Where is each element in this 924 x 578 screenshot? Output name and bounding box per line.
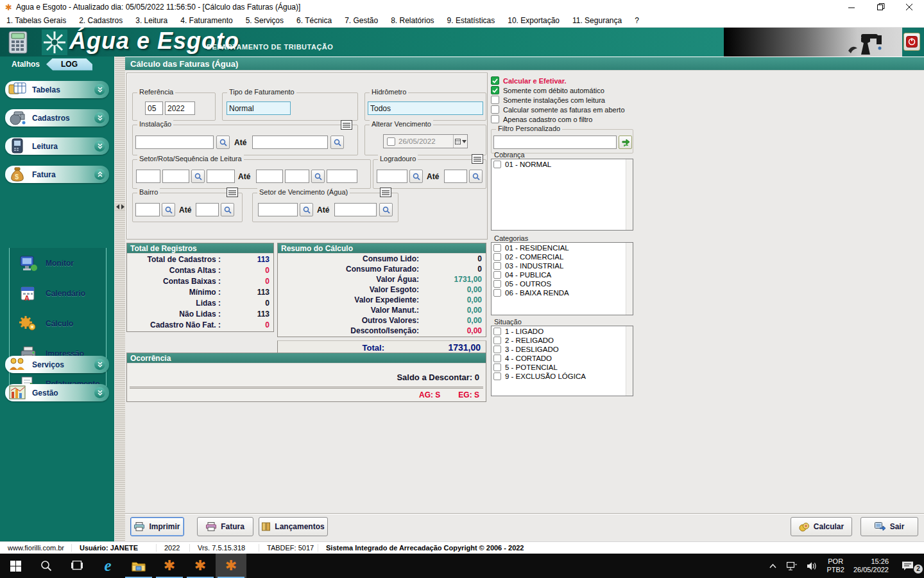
lancamentos-button[interactable]: Lançamentos [259, 517, 328, 536]
chevron-down-icon[interactable] [94, 84, 105, 95]
list-item[interactable]: 02 - COMERCIAL [493, 252, 633, 261]
shortcut-panel-scrollbar[interactable] [114, 57, 125, 541]
option-faturas-aberto[interactable]: Calcular somente as faturas em aberto [491, 105, 625, 114]
task-view-icon[interactable] [62, 554, 92, 578]
internet-explorer-icon[interactable]: e [92, 554, 123, 578]
checkbox-icon[interactable] [493, 289, 501, 297]
checkbox-checked-icon[interactable] [491, 86, 499, 94]
checkbox-icon[interactable] [493, 355, 501, 362]
chevron-up-icon[interactable] [94, 169, 105, 180]
close-button[interactable] [895, 0, 924, 14]
calcular-button[interactable]: Calcular [791, 517, 852, 536]
rota-de-input[interactable] [162, 170, 189, 183]
sidebar-group-tabelas[interactable]: Tabelas [5, 81, 109, 98]
logradouro-de-input[interactable] [377, 170, 407, 183]
sidebar-group-cadastros[interactable]: Cadastros [5, 109, 109, 127]
menu-exportacao[interactable]: 10. Exportação [501, 16, 566, 25]
checkbox-icon[interactable] [493, 363, 501, 371]
minimize-button[interactable] [837, 0, 866, 14]
search-icon[interactable] [191, 170, 205, 183]
cobranca-listbox[interactable]: 01 - NORMAL [491, 159, 633, 231]
search-icon[interactable] [216, 136, 230, 149]
sair-button[interactable]: Sair [860, 517, 918, 536]
sidebar-group-gestao[interactable]: Gestão [5, 384, 109, 401]
list-item[interactable]: 06 - BAIXA RENDA [493, 288, 633, 297]
language-indicator[interactable]: POR PTB2 [823, 557, 848, 574]
file-explorer-icon[interactable] [123, 554, 154, 578]
menu-seguranca[interactable]: 11. Segurança [566, 16, 628, 25]
menu-relatorios[interactable]: 8. Relatórios [384, 16, 440, 25]
list-item[interactable]: 1 - LIGADO [493, 327, 633, 335]
checkbox-icon[interactable] [493, 262, 501, 270]
calculator-icon[interactable] [6, 30, 31, 55]
vencimento-date-combo[interactable]: 26/05/2022 [383, 134, 468, 148]
imprimir-button[interactable]: Imprimir [130, 517, 184, 536]
referencia-year-input[interactable] [165, 101, 195, 115]
checkbox-icon[interactable] [493, 161, 501, 168]
chevron-down-icon[interactable] [94, 112, 105, 123]
setor-venc-ate-input[interactable] [334, 203, 377, 216]
sidebar-item-monitor[interactable]: Monitor [10, 248, 106, 278]
sidebar-group-leitura[interactable]: Leitura [5, 137, 109, 155]
menu-servicos[interactable]: 5. Serviços [239, 16, 290, 25]
vencimento-checkbox[interactable] [387, 137, 395, 146]
menu-tecnica[interactable]: 6. Técnica [290, 16, 338, 25]
sidebar-item-calendario[interactable]: A Calendário [10, 278, 106, 308]
fiorilli-app-icon[interactable]: ✱ [185, 554, 216, 578]
filter-apply-icon[interactable] [619, 136, 632, 149]
checkbox-icon[interactable] [493, 244, 501, 252]
hidrometro-input[interactable] [368, 101, 483, 115]
setor-venc-de-input[interactable] [258, 203, 298, 216]
sidebar-group-fatura[interactable]: $ Fatura [5, 166, 109, 183]
checkbox-icon[interactable] [493, 337, 501, 344]
sidebar-group-servicos[interactable]: Serviços [5, 356, 109, 373]
option-debito-automatico[interactable]: Somente com débito automático [491, 86, 604, 94]
option-cadastro-filtro[interactable]: Apenas cadastro com o filtro [491, 115, 592, 123]
logradouro-ate-input[interactable] [444, 170, 467, 183]
situacao-listbox[interactable]: 1 - LIGADO 2 - RELIGADO 3 - DESLIGADO 4 … [491, 326, 633, 396]
bairro-de-input[interactable] [135, 203, 160, 216]
instalacao-de-input[interactable] [135, 136, 214, 149]
checkbox-icon[interactable] [493, 280, 501, 288]
list-item[interactable]: 04 - PUBLICA [493, 270, 633, 279]
scrollbar-arrows[interactable] [115, 203, 126, 211]
chevron-down-icon[interactable] [94, 141, 105, 152]
sequencia-de-input[interactable] [207, 170, 235, 183]
checkbox-icon[interactable] [491, 115, 499, 123]
filtro-input[interactable] [493, 136, 617, 149]
clock[interactable]: 15:26 26/05/2022 [850, 557, 892, 574]
search-icon[interactable] [469, 170, 483, 183]
fatura-button[interactable]: Fatura [197, 517, 253, 536]
search-icon[interactable] [330, 136, 344, 149]
fiorilli-app-icon[interactable]: ✱ [154, 554, 185, 578]
speaker-icon[interactable] [803, 562, 821, 570]
list-item[interactable]: 3 - DESLIGADO [493, 345, 633, 353]
chevron-down-icon[interactable] [94, 387, 105, 398]
sequencia-ate-input[interactable] [327, 170, 357, 183]
search-icon[interactable] [300, 203, 313, 216]
menu-gestao[interactable]: 7. Gestão [338, 16, 384, 25]
search-icon[interactable] [221, 203, 234, 216]
search-icon[interactable] [379, 203, 393, 216]
list-icon[interactable] [380, 188, 391, 197]
checkbox-icon[interactable] [493, 253, 501, 261]
taskbar-search-icon[interactable] [31, 554, 62, 578]
menu-leitura[interactable]: 3. Leitura [129, 16, 174, 25]
menu-tabelas-gerais[interactable]: 1. Tabelas Gerais [0, 16, 73, 25]
checkbox-icon[interactable] [493, 346, 501, 353]
listbox-scrollbar[interactable] [626, 326, 633, 396]
rota-ate-input[interactable] [285, 170, 309, 183]
list-icon[interactable] [341, 120, 352, 130]
search-icon[interactable] [409, 170, 423, 183]
checkbox-icon[interactable] [493, 328, 501, 335]
list-icon[interactable] [472, 154, 483, 164]
checkbox-icon[interactable] [491, 105, 499, 114]
setor-de-input[interactable] [136, 170, 160, 183]
menu-help[interactable]: ? [628, 16, 646, 25]
notification-center-icon[interactable]: 2 [894, 561, 920, 572]
menu-faturamento[interactable]: 4. Faturamento [174, 16, 239, 25]
list-item[interactable]: 03 - INDUSTRIAL [493, 261, 633, 270]
chevron-down-icon[interactable] [94, 359, 105, 370]
listbox-scrollbar[interactable] [626, 159, 633, 230]
instalacao-ate-input[interactable] [252, 136, 328, 149]
